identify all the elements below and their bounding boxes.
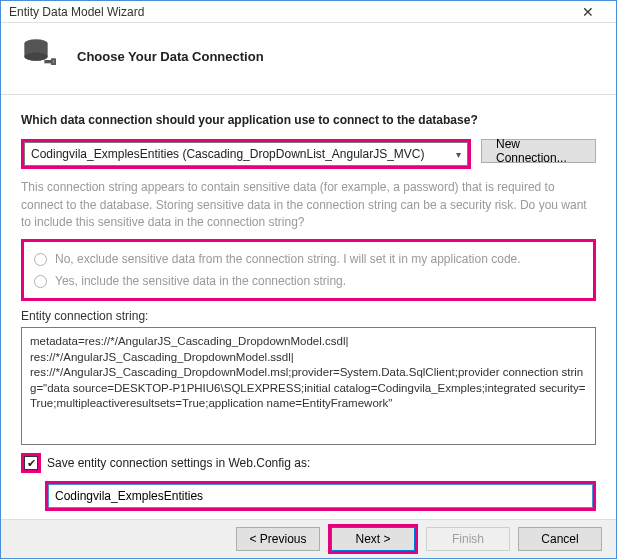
save-checkbox-highlight: ✔ (21, 453, 41, 473)
connection-dropdown-value: Codingvila_ExmplesEntities (Cascading_Dr… (31, 147, 425, 161)
database-icon (21, 35, 61, 78)
connection-dropdown[interactable]: Codingvila_ExmplesEntities (Cascading_Dr… (24, 142, 468, 166)
radio-include-label: Yes, include the sensitive data in the c… (55, 274, 346, 288)
next-button-highlight: Next > (328, 524, 418, 554)
chevron-down-icon: ▾ (456, 149, 461, 160)
sensitive-data-radio-group: No, exclude sensitive data from the conn… (21, 239, 596, 301)
settings-name-highlight (45, 481, 596, 511)
window-title: Entity Data Model Wizard (9, 5, 568, 19)
svg-point-1 (24, 53, 47, 61)
connection-dropdown-highlight: Codingvila_ExmplesEntities (Cascading_Dr… (21, 139, 471, 169)
save-checkbox[interactable]: ✔ (24, 456, 38, 470)
settings-name-input[interactable] (49, 485, 584, 507)
connection-prompt: Which data connection should your applic… (21, 113, 596, 127)
previous-button[interactable]: < Previous (236, 527, 320, 551)
radio-icon (34, 253, 47, 266)
connection-row: Codingvila_ExmplesEntities (Cascading_Dr… (21, 139, 596, 169)
svg-rect-3 (53, 60, 55, 63)
wizard-header: Choose Your Data Connection (1, 23, 616, 94)
wizard-heading: Choose Your Data Connection (77, 49, 264, 64)
save-settings-row: ✔ Save entity connection settings in Web… (21, 453, 596, 473)
wizard-footer: < Previous Next > Finish Cancel (1, 519, 616, 558)
titlebar: Entity Data Model Wizard ✕ (1, 1, 616, 23)
cancel-button[interactable]: Cancel (518, 527, 602, 551)
new-connection-button[interactable]: New Connection... (481, 139, 596, 163)
connection-string-textarea[interactable] (21, 327, 596, 445)
save-checkbox-label: Save entity connection settings in Web.C… (47, 456, 310, 470)
sensitive-data-warning: This connection string appears to contai… (21, 179, 596, 231)
close-button[interactable]: ✕ (568, 4, 608, 20)
finish-button: Finish (426, 527, 510, 551)
radio-include[interactable]: Yes, include the sensitive data in the c… (34, 270, 583, 292)
settings-name-border (48, 484, 593, 508)
wizard-content: Which data connection should your applic… (1, 95, 616, 519)
connection-string-label: Entity connection string: (21, 309, 596, 323)
wizard-window: Entity Data Model Wizard ✕ Choose Your D… (0, 0, 617, 559)
next-button[interactable]: Next > (331, 527, 415, 551)
radio-exclude-label: No, exclude sensitive data from the conn… (55, 252, 521, 266)
radio-icon (34, 275, 47, 288)
radio-exclude[interactable]: No, exclude sensitive data from the conn… (34, 248, 583, 270)
